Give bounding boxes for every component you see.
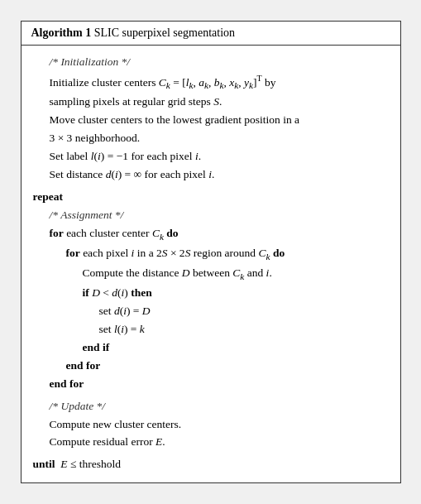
end-if-line: end if — [83, 339, 389, 357]
for-pixel-line: for each pixel i in a 2S × 2S region aro… — [66, 245, 389, 264]
algorithm-header: Algorithm 1 SLIC superpixel segmentation — [22, 22, 400, 46]
set-li-line: set l(i) = k — [99, 321, 389, 338]
compute-residual-line: Compute residual error E. — [50, 434, 389, 451]
comment-assign: /* Assignment */ — [50, 207, 389, 224]
set-label-line: Set label l(i) = −1 for each pixel i. — [50, 148, 389, 166]
compute-new-line: Compute new cluster centers. — [50, 416, 389, 434]
for-cluster-line: for each cluster center Ck do — [50, 225, 389, 244]
move-cluster-line1: Move cluster centers to the lowest gradi… — [50, 112, 389, 129]
until-line: until E ≤ threshold — [33, 456, 389, 473]
comment-init: /* Initialization */ — [50, 54, 389, 71]
end-for-inner-line: end for — [66, 358, 389, 375]
init-cluster-line2: sampling pixels at regular grid steps S. — [50, 94, 389, 111]
repeat-keyword: repeat — [33, 189, 389, 206]
compute-dist-line: Compute the distance D between Ck and i. — [83, 265, 389, 284]
algo-number: Algorithm 1 — [31, 26, 92, 39]
algorithm-body: /* Initialization */ Initialize cluster … — [22, 46, 400, 483]
set-di-line: set d(i) = D — [99, 303, 389, 320]
algorithm-box: Algorithm 1 SLIC superpixel segmentation… — [21, 21, 401, 484]
move-cluster-line2: 3 × 3 neighborhood. — [50, 130, 389, 147]
end-for-outer-line: end for — [50, 376, 389, 393]
init-cluster-line: Initialize cluster centers Ck = [lk, ak,… — [50, 72, 389, 94]
algo-title: SLIC superpixel segmentation — [94, 26, 235, 39]
set-distance-line: Set distance d(i) = ∞ for each pixel i. — [50, 166, 389, 184]
if-line: if D < d(i) then — [83, 285, 389, 302]
comment-update: /* Update */ — [50, 398, 389, 415]
